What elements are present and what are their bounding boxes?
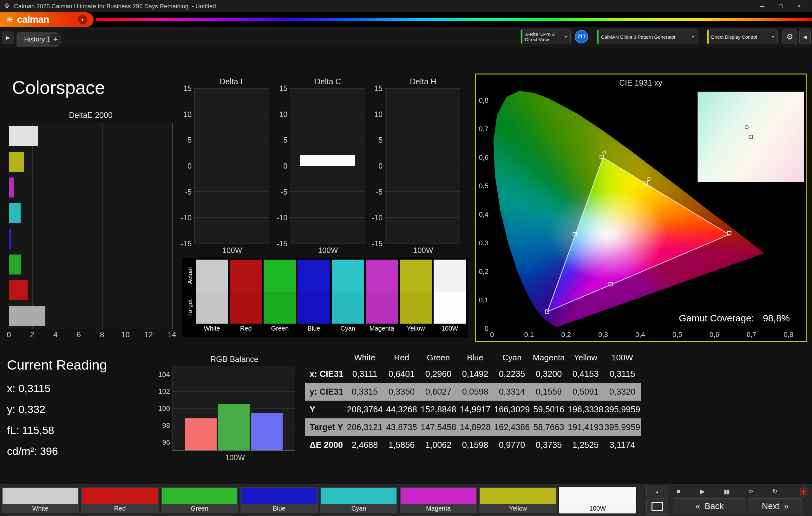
target-swatch	[400, 292, 432, 324]
pattern-swatch	[241, 488, 317, 504]
logo-bar: ✳ calman ▼	[0, 12, 812, 27]
add-tab-button[interactable]: +	[50, 34, 61, 45]
back-label: Back	[705, 502, 724, 511]
table-cell: 1,5856	[383, 440, 420, 450]
axis-tick-label: 2	[30, 330, 34, 339]
settings-gear-button[interactable]: ⚙	[782, 29, 798, 44]
column-header: Green	[420, 353, 457, 363]
calman-menu-button[interactable]: ✳ calman ▼	[0, 12, 93, 27]
pattern-button-magenta[interactable]: Magenta	[399, 487, 477, 514]
collapse-panel-button[interactable]: ◀	[799, 29, 811, 44]
expand-history-button[interactable]: ▶	[2, 31, 14, 44]
calman-flower-icon: ✳	[6, 15, 13, 25]
swatch-column-green: Green	[264, 260, 296, 335]
gridline	[195, 140, 269, 141]
cie-ring-yellow	[647, 177, 650, 181]
rgb-balance-chart: RGB Balance 1041021009896 100W	[158, 355, 296, 462]
gridline	[290, 191, 365, 192]
rgb-bars	[173, 366, 295, 450]
pattern-swatch	[321, 488, 397, 504]
deltae-bar-cyan	[9, 203, 21, 223]
axis-tick-label: 12	[144, 330, 153, 339]
current-reading: Current Reading x: 0,3115y: 0,332fL: 115…	[7, 357, 107, 466]
pattern-button-yellow[interactable]: Yellow	[479, 487, 557, 514]
pattern-button-green[interactable]: Green	[161, 487, 238, 514]
column-header: Magenta	[530, 353, 567, 363]
back-button[interactable]: « Back	[673, 498, 746, 514]
meter-dropdown[interactable]: X-Rite i1Pro 3 Direct View ▼	[521, 29, 571, 44]
swatch-column-magenta: Magenta	[366, 260, 398, 335]
axis-tick-label: 0,2	[478, 268, 489, 276]
axis-tick-label: -10	[372, 214, 382, 222]
actual-row-label: Actual	[184, 260, 196, 292]
pattern-swatch	[162, 488, 237, 504]
window-title: Calman 2025 Calman Ultimate for Business…	[14, 3, 216, 10]
pause-button[interactable]: ▮▮	[719, 486, 734, 497]
app-icon	[4, 3, 10, 10]
delta-bar	[300, 155, 355, 166]
transport-cluster: ▲ ■▶▮▮∞↻ ✳ « Back Next »	[644, 484, 812, 516]
deltae-bar-row	[9, 200, 172, 226]
display-control-dropdown[interactable]: Direct Display Control ▼	[707, 29, 778, 44]
pattern-button-100w[interactable]: 100W	[558, 487, 637, 514]
axis-tick-label: 0	[187, 162, 192, 171]
minimize-button[interactable]: ─	[753, 0, 772, 12]
stop-button[interactable]: ■	[670, 486, 686, 497]
axis-tick-label: 0,7	[747, 331, 756, 339]
gridline	[195, 191, 269, 192]
table-cell: 0,6401	[383, 369, 420, 379]
table-cell: 0,3111	[346, 369, 383, 379]
table-cell: 0,1559	[530, 387, 567, 397]
back-chevron-icon: «	[695, 502, 700, 511]
table-cell: 0,3314	[494, 387, 530, 397]
table-row: y: CIE310,33150,33500,60270,05980,33140,…	[305, 383, 641, 401]
inset-marker	[749, 135, 753, 139]
pattern-window-button[interactable]	[646, 498, 668, 515]
cie-ring-green	[602, 151, 606, 154]
row-label: Y	[305, 405, 346, 415]
tray-collapse-button[interactable]: ▲	[646, 486, 668, 497]
pattern-button-red[interactable]: Red	[81, 487, 159, 514]
actual-swatch	[230, 260, 262, 292]
table-cell: 0,5091	[567, 387, 604, 397]
close-button[interactable]: ×	[790, 0, 808, 12]
tab-history-label: History 1	[24, 35, 51, 43]
deltae-bar-row	[9, 252, 172, 277]
gridline	[290, 217, 365, 218]
pattern-button-blue[interactable]: Blue	[240, 487, 318, 514]
refresh-button[interactable]: ↻	[767, 486, 782, 497]
maximize-button[interactable]: □	[772, 0, 790, 12]
axis-tick-label: 5	[283, 136, 287, 145]
window-titlebar: Calman 2025 Calman Ultimate for Business…	[0, 0, 812, 12]
axis-tick-label: 0,6	[709, 331, 719, 339]
bottom-bar: WhiteRedGreenBlueCyanMagentaYellow100W ▲…	[0, 484, 812, 516]
actual-swatch	[434, 260, 466, 292]
main-content: Colorspace DeltaE 2000 02468101214 Delta…	[0, 47, 812, 484]
transport-icons: ■▶▮▮∞↻	[670, 486, 782, 497]
swatch-label: Green	[264, 324, 296, 333]
pattern-button-white[interactable]: White	[1, 487, 79, 514]
delta-h-plot	[385, 88, 460, 243]
pattern-label: Blue	[241, 504, 317, 513]
gridline	[290, 140, 365, 141]
pattern-label: Yellow	[480, 504, 556, 513]
pattern-button-cyan[interactable]: Cyan	[320, 487, 398, 514]
loop-button[interactable]: ∞	[743, 486, 758, 497]
swatch-label: Yellow	[400, 324, 432, 333]
axis-tick-label: 8	[100, 330, 104, 339]
cie-chart-panel: CIE 1931 xy	[475, 73, 807, 342]
next-button[interactable]: Next »	[749, 498, 802, 514]
table-cell: 0,4153	[567, 369, 604, 379]
cie-point-100w	[605, 232, 609, 236]
column-header: White	[346, 353, 383, 363]
cie-x-axis: 00,10,20,30,40,50,60,70,8	[492, 330, 793, 341]
play-button[interactable]: ▶	[695, 486, 710, 497]
deltae2000-chart: DeltaE 2000 02468101214	[9, 111, 173, 340]
table-cell: 58,7663	[530, 423, 567, 432]
logo-caret-icon[interactable]: ▼	[78, 15, 87, 24]
pattern-generator-dropdown[interactable]: CalMAN Client 3 Pattern Generator ▼	[597, 29, 697, 44]
gamut-coverage-label: Gamut Coverage:	[679, 313, 754, 324]
next-label: Next	[762, 502, 780, 511]
table-cell: 59,5016	[530, 405, 567, 415]
deltae-bar-row	[9, 226, 172, 252]
